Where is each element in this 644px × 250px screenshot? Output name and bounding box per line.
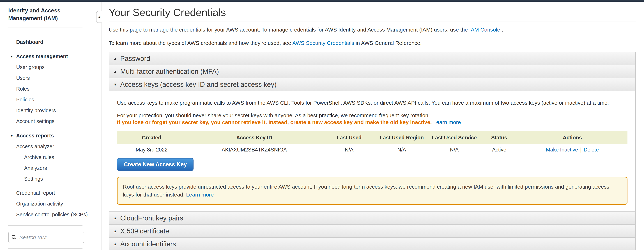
sidebar-divider-middle	[8, 225, 82, 226]
access-keys-table: Created Access Key ID Last Used Last Use…	[117, 131, 628, 154]
col-created: Created	[117, 131, 186, 144]
collapse-arrow-icon: ▲	[114, 56, 120, 61]
section-header-access-keys[interactable]: ▼ Access keys (access key ID and secret …	[109, 78, 636, 91]
chevron-down-icon: ▼	[10, 131, 14, 141]
sidebar-item-policies[interactable]: Policies	[0, 94, 102, 105]
sidebar-item-account-settings[interactable]: Account settings	[0, 116, 102, 127]
section-header-account-identifiers[interactable]: ▲ Account identifiers	[109, 237, 636, 250]
page-layout: Identity and Access Management (IAM) ◀ D…	[0, 2, 644, 250]
search-icon	[11, 234, 17, 240]
sidebar-item-archive-rules[interactable]: Archive rules	[0, 152, 102, 163]
sidebar-divider-top	[8, 28, 82, 28]
credentials-accordion: ▲ Password ▲ Multi-factor authentication…	[109, 52, 636, 250]
search-iam-box[interactable]	[8, 232, 84, 243]
section-header-cloudfront-key-pairs[interactable]: ▲ CloudFront key pairs	[109, 211, 636, 225]
col-last-used-region: Last Used Region	[376, 131, 428, 144]
action-separator: |	[580, 147, 582, 153]
cell-access-key-id: AKIAXUM2SB4TKZ4SNIOA	[186, 144, 322, 154]
sidebar-item-dashboard[interactable]: Dashboard	[0, 37, 102, 47]
section-header-x509-certificate[interactable]: ▲ X.509 certificate	[109, 224, 636, 238]
access-keys-protection-note: For your protection, you should never sh…	[117, 112, 628, 119]
sidebar-item-service-control-policies[interactable]: Service control policies (SCPs)	[0, 209, 102, 220]
collapse-arrow-icon: ▲	[114, 69, 120, 74]
table-row: May 3rd 2022 AKIAXUM2SB4TKZ4SNIOA N/A N/…	[117, 144, 628, 154]
sidebar-item-roles[interactable]: Roles	[0, 83, 102, 94]
sidebar-nav: Dashboard ▼Access management User groups…	[0, 37, 102, 220]
col-status: Status	[481, 131, 517, 144]
sidebar-collapse-button[interactable]: ◀	[96, 11, 102, 23]
main-content: Your Security Credentials Use this page …	[102, 2, 644, 250]
iam-console-link[interactable]: IAM Console	[469, 27, 500, 33]
sidebar-title: Identity and Access Management (IAM)	[8, 7, 66, 22]
col-actions: Actions	[517, 131, 628, 144]
top-navigation-bar	[0, 0, 644, 2]
chevron-down-icon: ▼	[10, 51, 14, 62]
aws-security-credentials-link[interactable]: AWS Security Credentials	[292, 40, 354, 46]
sidebar-divider-bottom	[8, 248, 82, 249]
expand-arrow-icon: ▼	[114, 82, 120, 87]
col-last-used: Last Used	[322, 131, 376, 144]
cell-actions: Make Inactive|Delete	[517, 144, 628, 154]
root-user-key-note: Root user access keys provide unrestrict…	[117, 177, 628, 205]
cell-last-used-service: N/A	[427, 144, 481, 154]
sidebar-item-credential-report[interactable]: Credential report	[0, 187, 102, 198]
sidebar-item-identity-providers[interactable]: Identity providers	[0, 105, 102, 116]
create-new-access-key-button[interactable]: Create New Access Key	[117, 158, 194, 171]
collapse-arrow-icon: ▲	[114, 229, 120, 233]
sidebar-item-analyzers[interactable]: Analyzers	[0, 163, 102, 173]
sidebar-item-access-management[interactable]: ▼Access management	[0, 51, 102, 62]
cell-last-used-region: N/A	[376, 144, 428, 154]
title-divider	[109, 21, 636, 22]
col-access-key-id: Access Key ID	[186, 131, 322, 144]
sidebar-item-users[interactable]: Users	[0, 73, 102, 83]
note-learn-more-link[interactable]: Learn more	[186, 192, 214, 198]
access-keys-warning: If you lose or forget your secret key, y…	[117, 119, 628, 126]
cell-last-used: N/A	[322, 144, 376, 154]
collapse-arrow-icon: ▲	[114, 242, 120, 246]
sidebar-item-access-analyzer[interactable]: Access analyzer	[0, 141, 102, 152]
cell-status: Active	[481, 144, 517, 154]
sidebar-item-organization-activity[interactable]: Organization activity	[0, 198, 102, 209]
intro-paragraph-2: To learn more about the types of AWS cre…	[109, 40, 636, 47]
sidebar-item-access-reports[interactable]: ▼Access reports	[0, 130, 102, 141]
section-header-mfa[interactable]: ▲ Multi-factor authentication (MFA)	[109, 65, 636, 78]
collapse-left-icon: ◀	[98, 15, 100, 19]
sidebar-item-settings[interactable]: Settings	[0, 173, 102, 184]
search-input[interactable]	[19, 234, 82, 241]
sidebar: Identity and Access Management (IAM) ◀ D…	[0, 2, 102, 250]
access-keys-panel: Use access keys to make programmatic cal…	[109, 91, 636, 212]
page-title: Your Security Credentials	[109, 6, 636, 19]
warning-learn-more-link[interactable]: Learn more	[433, 119, 461, 125]
col-last-used-service: Last Used Service	[427, 131, 481, 144]
sidebar-item-user-groups[interactable]: User groups	[0, 62, 102, 73]
make-inactive-link[interactable]: Make Inactive	[546, 147, 578, 153]
table-header-row: Created Access Key ID Last Used Last Use…	[117, 131, 628, 144]
intro-paragraph-1: Use this page to manage the credentials …	[109, 26, 636, 33]
section-header-password[interactable]: ▲ Password	[109, 52, 636, 65]
access-keys-description: Use access keys to make programmatic cal…	[117, 99, 628, 106]
cell-created: May 3rd 2022	[117, 144, 186, 154]
delete-link[interactable]: Delete	[584, 147, 599, 153]
collapse-arrow-icon: ▲	[114, 216, 120, 220]
